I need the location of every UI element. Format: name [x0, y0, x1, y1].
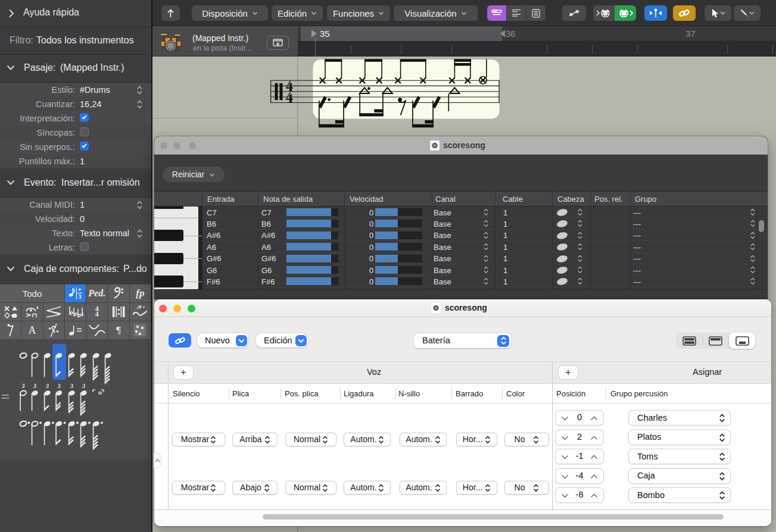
svg-text:3: 3	[21, 383, 25, 389]
svg-text:3: 3	[78, 293, 81, 300]
svg-text:3: 3	[33, 383, 36, 389]
svg-text:3: 3	[82, 383, 85, 389]
svg-text:3: 3	[57, 383, 61, 389]
svg-text:3: 3	[45, 383, 49, 389]
svg-text:3: 3	[70, 383, 73, 389]
